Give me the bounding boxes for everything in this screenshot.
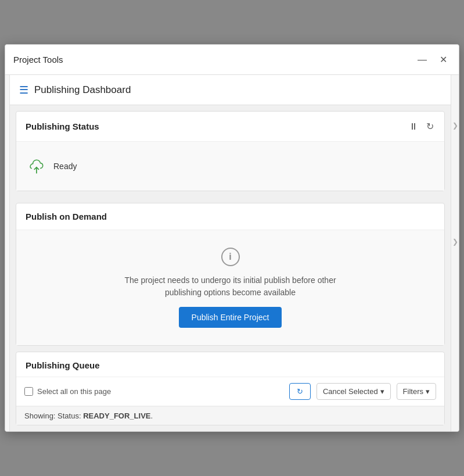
hamburger-icon[interactable]: ☰: [19, 84, 28, 96]
status-row: Ready: [26, 151, 435, 181]
publish-on-demand-header: Publish on Demand: [16, 203, 444, 230]
publishing-status-actions: ⏸ ↻: [408, 120, 435, 133]
right-rail-arrow-2[interactable]: ❯: [452, 238, 458, 246]
publishing-status-card: Publishing Status ⏸ ↻: [16, 111, 445, 191]
publishing-status-body: Ready: [16, 142, 444, 191]
pause-icon: ⏸: [409, 121, 418, 132]
cancel-selected-button[interactable]: Cancel Selected ▾: [316, 383, 391, 400]
queue-status-bar: Showing: Status: READY_FOR_LIVE.: [16, 406, 444, 425]
publishing-status-header: Publishing Status ⏸ ↻: [16, 112, 444, 142]
page-title: Publishing Dashboard: [34, 84, 131, 96]
window-title: Project Tools: [13, 55, 63, 65]
publishing-queue-card: Publishing Queue Select all on this page…: [16, 352, 445, 425]
refresh-status-button[interactable]: ↻: [425, 120, 435, 133]
publishing-queue-title: Publishing Queue: [26, 360, 100, 370]
minimize-button[interactable]: —: [414, 53, 430, 66]
publish-entire-project-button[interactable]: Publish Entire Project: [179, 307, 282, 328]
close-icon: ✕: [440, 54, 447, 65]
status-bar-prefix: Showing: Status:: [24, 411, 83, 420]
queue-toolbar: Select all on this page ↻ Cancel Selecte…: [16, 377, 444, 406]
select-all-label[interactable]: Select all on this page: [24, 387, 283, 396]
window-body: ☰ Publishing Dashboard Publishing Status…: [5, 75, 459, 431]
filters-label: Filters: [403, 387, 423, 396]
publish-info-message: The project needs to undergo its initial…: [109, 274, 353, 299]
publish-on-demand-title: Publish on Demand: [26, 212, 107, 221]
title-bar-actions: — ✕: [414, 53, 451, 66]
status-bar-suffix: .: [150, 411, 153, 420]
filters-dropdown-icon: ▾: [426, 387, 430, 396]
publish-demand-body: i The project needs to undergo its initi…: [16, 230, 444, 345]
cancel-selected-dropdown-icon: ▾: [380, 387, 384, 396]
refresh-status-icon: ↻: [426, 121, 434, 132]
publishing-status-title: Publishing Status: [26, 121, 99, 131]
status-text: Ready: [53, 162, 77, 171]
right-rail: ❯ ❯: [451, 75, 459, 431]
info-icon: i: [221, 248, 240, 266]
main-content: ☰ Publishing Dashboard Publishing Status…: [10, 75, 451, 431]
upload-cloud-icon: [26, 156, 46, 177]
title-bar: Project Tools — ✕: [5, 45, 459, 75]
select-all-checkbox[interactable]: [24, 387, 33, 396]
filters-button[interactable]: Filters ▾: [397, 383, 436, 400]
pause-button[interactable]: ⏸: [408, 120, 419, 133]
status-bar-value: READY_FOR_LIVE: [83, 411, 150, 420]
cancel-selected-label: Cancel Selected: [323, 387, 378, 396]
publish-on-demand-card: Publish on Demand i The project needs to…: [16, 203, 445, 346]
publishing-queue-header: Publishing Queue: [16, 352, 444, 377]
top-header: ☰ Publishing Dashboard: [10, 75, 451, 105]
right-rail-arrow[interactable]: ❯: [452, 121, 458, 130]
main-window: Project Tools — ✕ ☰ Publishing Dashboard…: [5, 44, 459, 432]
left-rail: [5, 75, 10, 431]
refresh-queue-icon: ↻: [297, 387, 303, 396]
select-all-text: Select all on this page: [37, 387, 111, 396]
close-button[interactable]: ✕: [436, 53, 451, 66]
minimize-icon: —: [418, 55, 427, 65]
refresh-queue-button[interactable]: ↻: [289, 383, 311, 400]
